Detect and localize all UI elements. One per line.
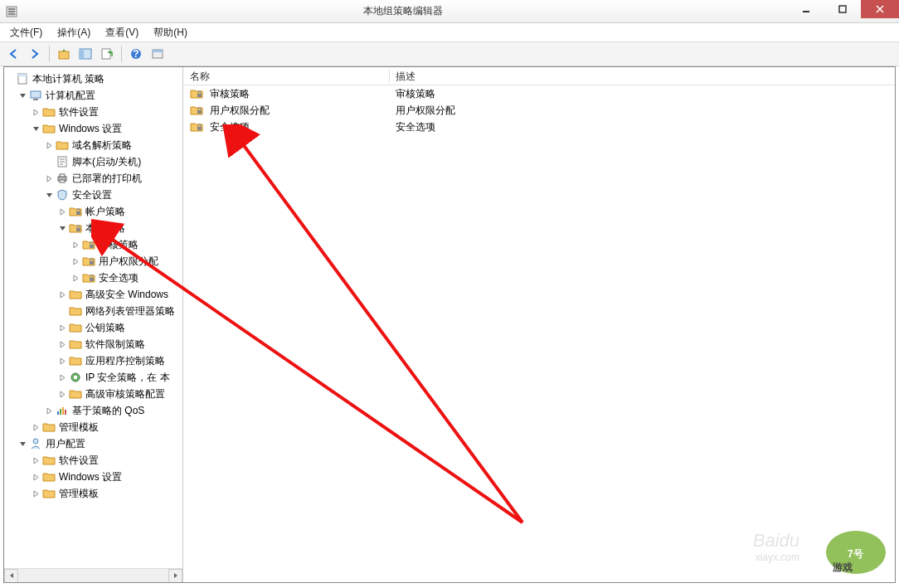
titlebar: 本地组策略编辑器: [0, 0, 899, 23]
tree-horizontal-scrollbar[interactable]: [4, 568, 182, 582]
properties-button[interactable]: [148, 44, 168, 64]
close-button[interactable]: [861, 0, 899, 18]
folder-icon: [42, 470, 56, 484]
tree-item-netlist_mgr[interactable]: 网络列表管理器策略: [57, 303, 182, 319]
tree-item-win_settings2[interactable]: Windows 设置: [31, 469, 182, 485]
menu-action[interactable]: 操作(A): [51, 24, 97, 41]
tree-item-label: 高级安全 Windows: [85, 288, 168, 302]
scroll-track[interactable]: [18, 569, 168, 583]
svg-rect-17: [33, 99, 38, 100]
tree-item-label: 应用程序控制策略: [85, 354, 165, 368]
expand-icon[interactable]: [44, 140, 54, 150]
expand-icon[interactable]: [31, 472, 41, 482]
tree-item-printers[interactable]: 已部署的打印机: [44, 170, 182, 187]
expand-icon[interactable]: [57, 356, 67, 366]
forward-button[interactable]: [25, 44, 45, 64]
collapse-icon[interactable]: [57, 223, 67, 233]
folder-icon: [42, 454, 56, 467]
tree-item-app_ctrl[interactable]: 应用程序控制策略: [57, 352, 182, 369]
expand-icon[interactable]: [44, 173, 54, 183]
tree-item-adv_win_fw[interactable]: 高级安全 Windows: [57, 286, 182, 303]
tree-item-sw_settings2[interactable]: 软件设置: [31, 452, 182, 469]
tree-item-label: IP 安全策略，在 本: [85, 371, 170, 385]
list-row[interactable]: 审核策略审核策略: [183, 85, 895, 102]
list-cell-description: 用户权限分配: [389, 104, 462, 118]
expand-icon[interactable]: [31, 455, 41, 465]
tree-item-qos_policy[interactable]: 基于策略的 QoS: [44, 402, 182, 419]
tree-item-computer_cfg[interactable]: 计算机配置: [17, 87, 182, 104]
tree-item-sec_settings[interactable]: 安全设置: [44, 187, 182, 203]
export-button[interactable]: [97, 44, 117, 64]
maximize-button[interactable]: [824, 0, 861, 18]
expand-icon[interactable]: [31, 422, 41, 432]
tree-item-win_settings1[interactable]: Windows 设置: [31, 120, 182, 137]
collapse-icon[interactable]: [17, 439, 27, 449]
svg-rect-3: [8, 13, 15, 15]
tree-item-sw_settings1[interactable]: 软件设置: [31, 104, 182, 120]
tree-item-sw_restrict[interactable]: 软件限制策略: [57, 336, 182, 352]
help-button[interactable]: ?: [126, 44, 146, 64]
expand-icon[interactable]: [70, 256, 80, 266]
list-item-name: 审核策略: [210, 87, 250, 101]
menubar: 文件(F) 操作(A) 查看(V) 帮助(H): [0, 23, 899, 41]
scroll-left-button[interactable]: [4, 569, 18, 583]
column-header-description[interactable]: 描述: [389, 67, 422, 85]
tree-item-root[interactable]: 本地计算机 策略: [4, 70, 182, 87]
scroll-right-button[interactable]: [168, 569, 182, 583]
tree-item-local_pol[interactable]: 本地策略: [57, 220, 182, 236]
tree-item-sec_options[interactable]: 安全选项: [70, 270, 182, 286]
column-header-name[interactable]: 名称: [183, 67, 389, 85]
tree-item-dns_policy[interactable]: 域名解析策略: [44, 137, 182, 153]
tree-item-label: 已部署的打印机: [72, 172, 142, 186]
expand-icon[interactable]: [57, 207, 67, 216]
tree-item-user_rights[interactable]: 用户权限分配: [70, 253, 182, 270]
collapse-icon[interactable]: [17, 90, 27, 100]
expand-icon[interactable]: [70, 273, 80, 283]
content-area: 本地计算机 策略计算机配置软件设置Windows 设置域名解析策略脚本(启动/关…: [3, 66, 896, 583]
tree-item-label: 网络列表管理器策略: [85, 304, 175, 318]
tree-item-ipsec_pol[interactable]: IP 安全策略，在 本: [57, 369, 182, 386]
minimize-button[interactable]: [788, 0, 824, 18]
show-hide-tree-button[interactable]: [75, 44, 95, 64]
collapse-icon[interactable]: [31, 124, 41, 134]
expand-icon[interactable]: [70, 240, 80, 250]
tree-item-adv_audit[interactable]: 高级审核策略配置: [57, 386, 182, 402]
svg-rect-32: [65, 410, 66, 415]
back-button[interactable]: [3, 44, 23, 64]
folder-icon: [69, 304, 82, 318]
folder-icon: [42, 420, 56, 434]
folder-lock-icon: [190, 104, 203, 117]
tree-item-label: 本地计算机 策略: [32, 72, 104, 86]
tree-item-label: 管理模板: [59, 487, 99, 501]
tree-item-pubkey_pol[interactable]: 公钥策略: [57, 319, 182, 336]
expand-icon[interactable]: [57, 372, 67, 382]
tree-item-user_cfg[interactable]: 用户配置: [17, 435, 182, 452]
tree-item-label: 帐户策略: [85, 205, 125, 219]
tree-item-label: 用户权限分配: [99, 255, 158, 269]
expand-icon[interactable]: [57, 389, 67, 399]
expand-icon[interactable]: [57, 289, 67, 299]
folder-icon: [42, 105, 56, 119]
menu-view[interactable]: 查看(V): [99, 24, 145, 41]
collapse-icon[interactable]: [44, 190, 54, 200]
expand-icon[interactable]: [31, 488, 41, 498]
expand-icon[interactable]: [44, 406, 54, 415]
expand-icon[interactable]: [57, 339, 67, 349]
menu-file[interactable]: 文件(F): [3, 24, 49, 41]
svg-rect-9: [102, 49, 110, 59]
tree-item-admin_tpl2[interactable]: 管理模板: [31, 485, 182, 502]
expand-icon[interactable]: [57, 323, 67, 333]
folder-icon: [69, 288, 82, 301]
svg-rect-5: [839, 6, 846, 12]
list-row[interactable]: 安全选项安全选项: [183, 119, 895, 135]
tree-item-audit_pol[interactable]: 审核策略: [70, 236, 182, 253]
svg-rect-13: [153, 50, 163, 52]
menu-help[interactable]: 帮助(H): [147, 24, 194, 41]
tree-item-scripts[interactable]: 脚本(启动/关机): [44, 153, 182, 170]
tree-item-account_pol[interactable]: 帐户策略: [57, 203, 182, 220]
list-row[interactable]: 用户权限分配用户权限分配: [183, 102, 895, 119]
up-button[interactable]: [54, 44, 74, 64]
tree-pane[interactable]: 本地计算机 策略计算机配置软件设置Windows 设置域名解析策略脚本(启动/关…: [4, 67, 183, 582]
expand-icon[interactable]: [31, 107, 41, 117]
tree-item-admin_tpl1[interactable]: 管理模板: [31, 419, 182, 435]
